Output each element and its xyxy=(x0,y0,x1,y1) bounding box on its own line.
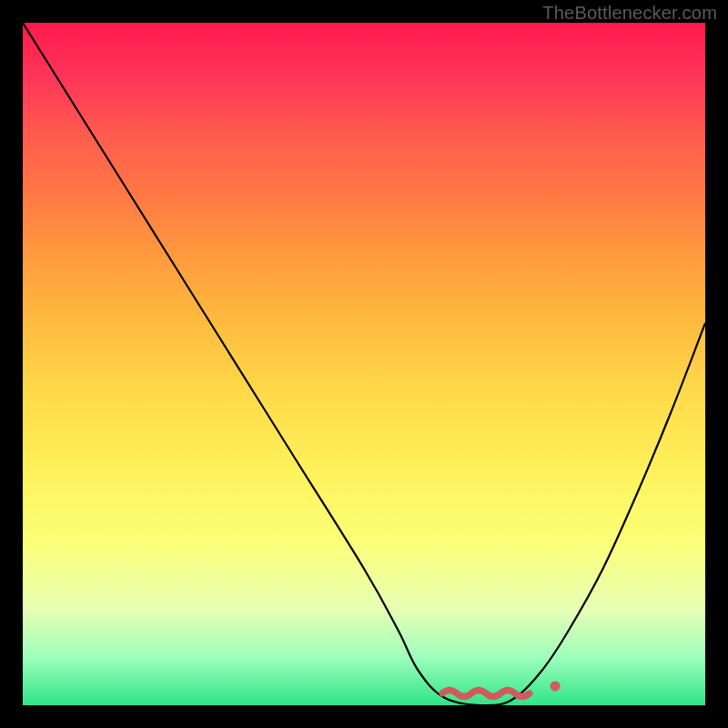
bottleneck-curve xyxy=(23,23,705,705)
marker-dot xyxy=(551,682,561,692)
chart-frame: TheBottlenecker.com xyxy=(0,0,728,728)
watermark-text: TheBottlenecker.com xyxy=(542,3,717,24)
optimal-range-marker xyxy=(439,684,539,704)
plot-area xyxy=(23,23,705,705)
